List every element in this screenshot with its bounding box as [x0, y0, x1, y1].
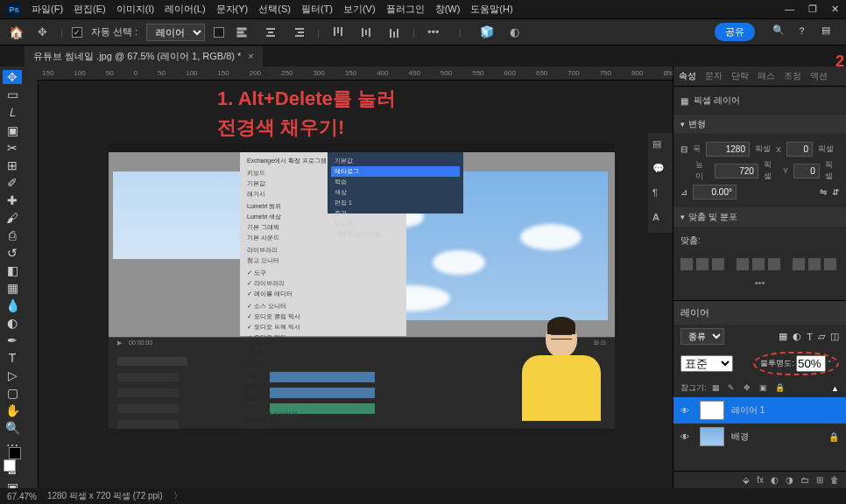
- move-tool[interactable]: ✥: [3, 70, 22, 84]
- menu-type[interactable]: 문자(Y): [216, 3, 249, 16]
- layer-item[interactable]: 👁 레이어 1: [673, 397, 846, 424]
- lasso-tool[interactable]: 𝘓: [3, 105, 22, 120]
- history-panel-icon[interactable]: ▤: [652, 138, 668, 154]
- layer-item[interactable]: 👁 배경 🔒: [673, 424, 846, 450]
- flip-v-icon[interactable]: ⇵: [832, 187, 839, 197]
- eyedropper-tool[interactable]: ✐: [3, 176, 22, 190]
- align-top-icon[interactable]: [328, 23, 348, 42]
- filter-pixel-icon[interactable]: ▦: [779, 331, 787, 342]
- more-align-btn[interactable]: [824, 258, 836, 270]
- filter-smart-icon[interactable]: ◫: [830, 331, 839, 342]
- foreground-color[interactable]: [4, 459, 16, 472]
- dodge-tool[interactable]: ◐: [3, 316, 22, 330]
- lock-artboard-icon[interactable]: ▣: [759, 383, 770, 394]
- comments-panel-icon[interactable]: 💬: [652, 163, 668, 178]
- window-close-icon[interactable]: ✕: [831, 4, 839, 15]
- menu-edit[interactable]: 편집(E): [74, 3, 106, 16]
- layer-name[interactable]: 배경: [731, 430, 749, 443]
- layers-panel-tab[interactable]: 레이어: [673, 301, 846, 325]
- ruler-origin[interactable]: [25, 66, 39, 80]
- new-layer-icon[interactable]: ⊞: [816, 475, 823, 485]
- menu-file[interactable]: 파일(F): [32, 3, 63, 16]
- align-bottom-btn[interactable]: [768, 258, 780, 270]
- menu-view[interactable]: 보기(V): [343, 3, 376, 16]
- tab-actions[interactable]: 액션: [810, 70, 828, 82]
- layer-filter-kind[interactable]: 종류: [680, 328, 724, 345]
- blend-mode-select[interactable]: 표준: [680, 355, 733, 372]
- layer-fx-icon[interactable]: fx: [757, 475, 764, 485]
- path-select-tool[interactable]: ▷: [3, 368, 22, 382]
- more-align-icon[interactable]: •••: [424, 23, 443, 42]
- x-input[interactable]: [786, 142, 813, 157]
- document-canvas[interactable]: Exchange에서 확장 프로그램 찾기...키보드기본값레거시Lumetri…: [109, 144, 615, 429]
- tab-paths[interactable]: 패스: [758, 70, 775, 82]
- menu-window[interactable]: 창(W): [435, 3, 461, 16]
- document-tab[interactable]: 유튜브 썸네일 .jpg @ 67.5% (레이어 1, RGB/8) * ×: [25, 46, 263, 66]
- layer-visibility-icon[interactable]: 👁: [680, 406, 693, 416]
- layer-thumbnail[interactable]: [700, 427, 724, 446]
- workspace-icon[interactable]: ▤: [821, 24, 837, 40]
- opacity-input[interactable]: [796, 355, 826, 372]
- lock-transparent-icon[interactable]: ▦: [712, 383, 723, 394]
- lock-position-icon[interactable]: ✥: [744, 383, 754, 394]
- lock-paint-icon[interactable]: ✎: [728, 383, 738, 394]
- transform-section[interactable]: ▾ 변형: [673, 115, 846, 134]
- mask-mode-icon[interactable]: ◐: [505, 23, 525, 42]
- layer-group-icon[interactable]: 🗀: [800, 475, 809, 485]
- layer-visibility-icon[interactable]: 👁: [680, 432, 693, 442]
- layer-lock-icon[interactable]: 🔒: [828, 432, 839, 442]
- status-chevron-icon[interactable]: 〉: [173, 490, 182, 502]
- 3d-mode-icon[interactable]: 🧊: [477, 23, 497, 42]
- link-layers-icon[interactable]: ⬙: [743, 475, 750, 485]
- brush-tool[interactable]: 🖌: [3, 211, 22, 225]
- menu-filter[interactable]: 필터(T): [301, 3, 333, 16]
- paragraph-panel-icon[interactable]: ¶: [652, 187, 668, 203]
- height-input[interactable]: [715, 164, 758, 178]
- angle-input[interactable]: [693, 185, 737, 200]
- auto-select-dropdown[interactable]: 레이어: [146, 24, 205, 41]
- auto-select-checkbox[interactable]: [72, 27, 82, 38]
- dist-h-btn[interactable]: [793, 258, 805, 270]
- layer-name[interactable]: 레이어 1: [731, 404, 765, 416]
- marquee-tool[interactable]: ▭: [3, 88, 22, 102]
- lock-all-icon[interactable]: 🔒: [775, 383, 786, 394]
- crop-tool[interactable]: ✂: [3, 141, 22, 155]
- show-transform-checkbox[interactable]: [214, 27, 224, 38]
- flip-h-icon[interactable]: ⇋: [820, 187, 827, 197]
- background-color[interactable]: [9, 447, 21, 459]
- align-section[interactable]: ▾ 맞춤 및 분포: [673, 207, 846, 227]
- menu-plugins[interactable]: 플러그인: [386, 3, 425, 16]
- layer-mask-icon[interactable]: ◐: [771, 475, 779, 485]
- align-right-btn[interactable]: [712, 258, 724, 270]
- delete-layer-icon[interactable]: 🗑: [830, 475, 839, 485]
- tab-paragraph[interactable]: 단락: [731, 70, 749, 82]
- filter-text-icon[interactable]: T: [807, 332, 813, 342]
- filter-adjust-icon[interactable]: ◐: [793, 331, 801, 342]
- tab-properties[interactable]: 속성: [679, 70, 696, 82]
- stamp-tool[interactable]: ⎙: [3, 228, 22, 242]
- doc-dimensions[interactable]: 1280 픽셀 x 720 픽셀 (72 ppi): [47, 490, 163, 502]
- search-icon[interactable]: 🔍: [772, 24, 788, 40]
- window-minimize-icon[interactable]: —: [785, 4, 794, 15]
- filter-shape-icon[interactable]: ▱: [818, 331, 825, 342]
- frame-tool[interactable]: ⊞: [3, 158, 22, 172]
- menu-image[interactable]: 이미지(I): [116, 3, 154, 16]
- canvas-area[interactable]: 1501005005010015020025030035040045050055…: [25, 66, 673, 488]
- gradient-tool[interactable]: ▦: [3, 281, 22, 295]
- window-restore-icon[interactable]: ❐: [808, 4, 817, 15]
- type-tool[interactable]: T: [3, 351, 22, 365]
- adjustment-layer-icon[interactable]: ◑: [786, 475, 793, 485]
- blur-tool[interactable]: 💧: [3, 298, 22, 312]
- align-left-btn[interactable]: [680, 258, 693, 270]
- hand-tool[interactable]: ✋: [3, 403, 22, 417]
- zoom-value[interactable]: 67.47%: [7, 492, 37, 501]
- opacity-control[interactable]: 불투명도: ˅: [753, 352, 839, 375]
- object-select-tool[interactable]: ▣: [3, 123, 22, 137]
- document-tab-close-icon[interactable]: ×: [248, 51, 253, 61]
- ruler-horizontal[interactable]: 1501005005010015020025030035040045050055…: [39, 66, 673, 80]
- align-bottom-icon[interactable]: [384, 23, 404, 42]
- share-button[interactable]: 공유: [715, 23, 755, 41]
- y-input[interactable]: [793, 164, 820, 178]
- tab-adjustments[interactable]: 조정: [784, 70, 801, 82]
- healing-tool[interactable]: ✚: [3, 193, 22, 207]
